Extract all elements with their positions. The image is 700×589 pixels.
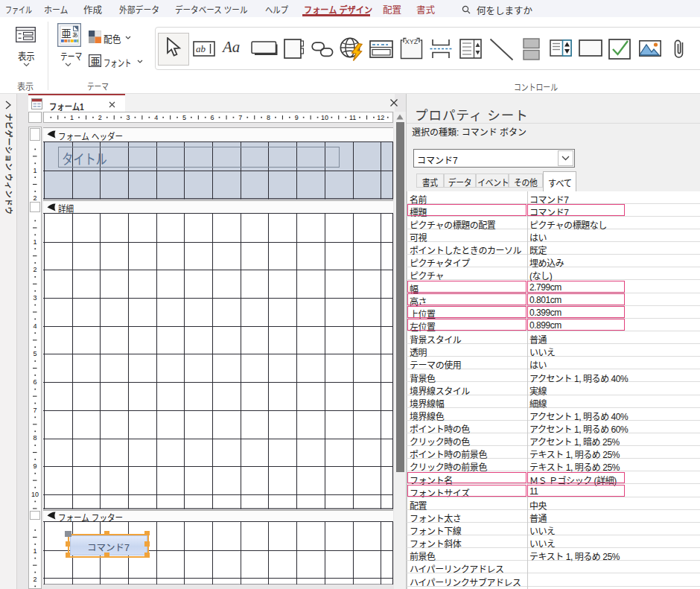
svg-text:2: 2 (33, 576, 36, 583)
svg-text:1: 1 (70, 114, 74, 121)
svg-text:10: 10 (31, 491, 39, 498)
svg-text:8: 8 (267, 114, 270, 121)
svg-text:6: 6 (211, 114, 214, 121)
svg-text:1: 1 (33, 238, 36, 246)
svg-text:1: 1 (33, 167, 36, 174)
svg-text:5: 5 (33, 350, 36, 357)
svg-text:6: 6 (33, 378, 36, 386)
svg-text:亜: 亜 (61, 28, 71, 39)
svg-text:3: 3 (33, 294, 36, 302)
svg-text:7: 7 (238, 114, 242, 121)
svg-text:9: 9 (33, 462, 36, 470)
svg-text:11: 11 (349, 114, 356, 121)
svg-text:2: 2 (98, 114, 102, 121)
svg-text:4: 4 (154, 114, 158, 121)
svg-text:4: 4 (33, 322, 36, 330)
svg-text:7: 7 (33, 407, 36, 414)
svg-text:10: 10 (321, 114, 328, 121)
svg-text:9: 9 (295, 114, 299, 121)
svg-text:12: 12 (377, 114, 384, 121)
svg-text:ab: ab (196, 43, 206, 54)
svg-text:2: 2 (33, 266, 36, 273)
svg-text:8: 8 (33, 434, 36, 442)
svg-text:XYZ: XYZ (405, 38, 419, 45)
svg-text:ぁ: ぁ (71, 31, 79, 39)
svg-text:亜: 亜 (90, 56, 100, 67)
svg-text:1: 1 (33, 547, 36, 555)
svg-text:3: 3 (126, 114, 130, 121)
svg-text:5: 5 (182, 114, 186, 121)
